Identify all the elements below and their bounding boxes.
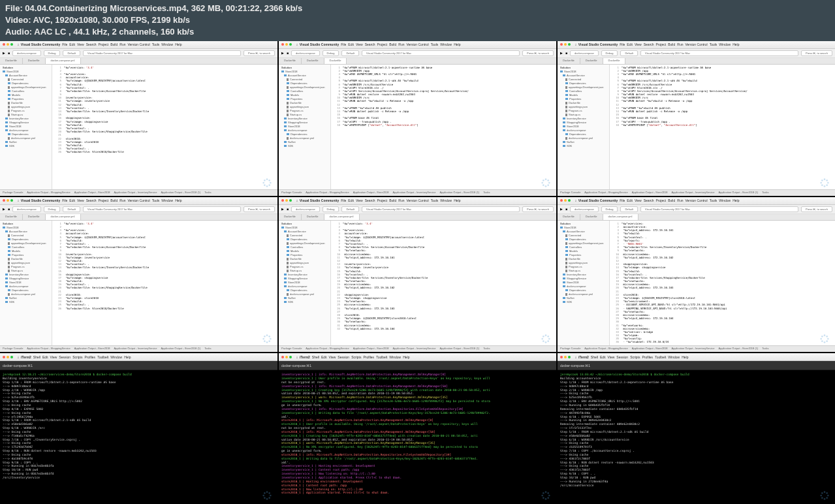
target-dropdown[interactable]: Default bbox=[620, 50, 638, 56]
menu-item[interactable]: View bbox=[329, 355, 336, 359]
solution-explorer[interactable]: Solution Store2018AccountServiceConnecte… bbox=[558, 65, 610, 189]
apple-icon[interactable]:  bbox=[575, 42, 576, 46]
menu-item[interactable]: File bbox=[620, 198, 625, 202]
output-tab[interactable]: Application Output - Store2018 (1) bbox=[719, 347, 759, 351]
menu-item[interactable]: Search bbox=[644, 198, 654, 202]
menu-item[interactable]: Edit bbox=[69, 42, 75, 46]
menu-item[interactable]: View bbox=[77, 42, 84, 46]
tree-item[interactable]: SDK bbox=[559, 300, 608, 304]
stop-icon[interactable]: ■ bbox=[565, 51, 567, 55]
menu-item[interactable]: Scripts bbox=[72, 355, 82, 359]
tab[interactable]: Dockerfile bbox=[558, 58, 580, 64]
output-tab[interactable]: Tasks bbox=[204, 347, 211, 351]
debug-dropdown[interactable]: Debug bbox=[601, 206, 618, 212]
menu-item[interactable]: Window bbox=[440, 198, 452, 202]
output-tab[interactable]: Application Output - Store2018 bbox=[632, 347, 668, 351]
menu-item[interactable]: File bbox=[341, 198, 346, 202]
apple-icon[interactable]:  bbox=[575, 355, 576, 359]
menu-item[interactable]: Shell bbox=[33, 355, 40, 359]
tree-item[interactable]: SDK bbox=[280, 300, 329, 304]
menu-item[interactable]: File bbox=[620, 42, 625, 46]
search-box[interactable]: Press ⌘, to search bbox=[244, 50, 275, 56]
tab-active[interactable]: Dockerfile bbox=[603, 58, 626, 64]
menu-item[interactable]: Project bbox=[99, 42, 109, 46]
menu-item[interactable]: Search bbox=[365, 42, 375, 46]
terminal-output[interactable]: jeremycook 12:18:21 ~/microservices-demo… bbox=[0, 370, 277, 482]
menu-item[interactable]: Window bbox=[161, 198, 173, 202]
menu-item[interactable]: Build bbox=[389, 42, 396, 46]
terminal-output[interactable]: inventoryservice_1 | info: Microsoft.Asp… bbox=[279, 370, 556, 497]
code-editor[interactable]: 1"kw">FROM microsoft/dotnet:2.1-aspnetco… bbox=[610, 65, 835, 189]
tab[interactable]: Dockerfile bbox=[302, 58, 324, 64]
code-editor[interactable]: 1"kw">version: '3.4'23"kw">services:4 ac… bbox=[52, 221, 277, 345]
menu-item[interactable]: Edit bbox=[348, 198, 354, 202]
play-icon[interactable]: ▶ bbox=[281, 207, 284, 211]
menu-item[interactable]: Edit bbox=[627, 42, 633, 46]
output-tab[interactable]: Application Output - Store2018 bbox=[353, 347, 389, 351]
stop-icon[interactable]: ■ bbox=[8, 51, 10, 55]
menu-item[interactable]: Toolbelt bbox=[655, 355, 666, 359]
config-dropdown[interactable]: docker-compose bbox=[570, 50, 599, 56]
menu-item[interactable]: Run bbox=[677, 198, 683, 202]
menu-item[interactable]: View bbox=[635, 198, 642, 202]
traffic-lights[interactable] bbox=[281, 356, 292, 358]
menu-item[interactable]: View bbox=[356, 42, 363, 46]
apple-icon[interactable]:  bbox=[18, 355, 19, 359]
menu-item[interactable]: Project bbox=[377, 198, 388, 202]
output-tab[interactable]: Application Output - InventoryService bbox=[672, 347, 715, 351]
menu-item[interactable]: Build bbox=[110, 198, 118, 202]
menu-item[interactable]: Profiles bbox=[363, 355, 374, 359]
menu-item[interactable]: Edit bbox=[42, 355, 48, 359]
play-icon[interactable]: ▶ bbox=[3, 207, 5, 211]
traffic-lights[interactable] bbox=[560, 43, 571, 46]
menu-item[interactable]: Version Control bbox=[127, 198, 150, 202]
traffic-lights[interactable] bbox=[560, 199, 571, 202]
menu-item[interactable]: Toolbelt bbox=[97, 355, 108, 359]
menu-item[interactable]: Run bbox=[677, 42, 683, 46]
menu-item[interactable]: Run bbox=[398, 198, 404, 202]
menu-item[interactable]: Session bbox=[338, 355, 349, 359]
menu-item[interactable]: Session bbox=[59, 355, 71, 359]
menu-item[interactable]: Tools bbox=[710, 42, 717, 46]
output-tab[interactable]: Package Console bbox=[281, 191, 302, 195]
tab[interactable]: Dockerfile bbox=[279, 214, 302, 220]
output-tab[interactable]: Application Output - Store2018 (1) bbox=[161, 347, 201, 351]
menu-item[interactable]: Run bbox=[119, 198, 125, 202]
traffic-lights[interactable] bbox=[3, 356, 13, 358]
menu-item[interactable]: Build bbox=[110, 42, 118, 46]
traffic-lights[interactable] bbox=[281, 199, 292, 202]
menu-item[interactable]: View bbox=[356, 198, 363, 202]
menu-item[interactable]: Version Control bbox=[685, 198, 707, 202]
tab[interactable]: Dockerfile bbox=[279, 58, 302, 64]
config-dropdown[interactable]: docker-compose bbox=[12, 206, 41, 212]
tree-item[interactable]: SDK bbox=[1, 144, 50, 148]
menu-item[interactable]: Tools bbox=[152, 42, 160, 46]
code-editor[interactable]: 1"kw">version: '3.4'23"kw">services:4 ac… bbox=[52, 65, 277, 189]
tree-item[interactable]: SDK bbox=[559, 144, 608, 148]
debug-dropdown[interactable]: Debug bbox=[44, 206, 61, 212]
output-tab[interactable]: Package Console bbox=[281, 347, 302, 351]
menu-item[interactable]: Scripts bbox=[630, 355, 640, 359]
menu-item[interactable]: Edit bbox=[600, 355, 606, 359]
menu-item[interactable]: Window bbox=[719, 42, 731, 46]
code-editor[interactable]: 1"kw">version: '3.4'23"kw">services:4 ac… bbox=[331, 221, 556, 345]
menu-item[interactable]: View bbox=[608, 355, 615, 359]
menu-item[interactable]: Run bbox=[119, 42, 125, 46]
menu-item[interactable]: Tools bbox=[431, 42, 439, 46]
tree-item[interactable]: SDK bbox=[1, 300, 50, 304]
menu-item[interactable]: Project bbox=[99, 198, 109, 202]
apple-icon[interactable]:  bbox=[18, 42, 19, 46]
menu-item[interactable]: Window bbox=[440, 42, 452, 46]
terminal-output[interactable]: jeremycook 13:03:42 ~/microservices-demo… bbox=[558, 370, 835, 490]
output-tab[interactable]: Application Output - Store2018 (1) bbox=[719, 191, 759, 195]
tab-active[interactable]: Dockerfile bbox=[324, 58, 347, 64]
menu-item[interactable]: Help bbox=[454, 198, 460, 202]
output-tab[interactable]: Application Output - ShoppingService bbox=[27, 191, 70, 195]
menu-item[interactable]: Build bbox=[389, 198, 396, 202]
apple-icon[interactable]:  bbox=[575, 198, 576, 202]
menu-item[interactable]: File bbox=[341, 42, 346, 46]
menu-item[interactable]: View bbox=[50, 355, 57, 359]
menu-item[interactable]: Build bbox=[668, 42, 675, 46]
menu-item[interactable]: Project bbox=[656, 198, 667, 202]
menu-item[interactable]: Project bbox=[377, 42, 388, 46]
